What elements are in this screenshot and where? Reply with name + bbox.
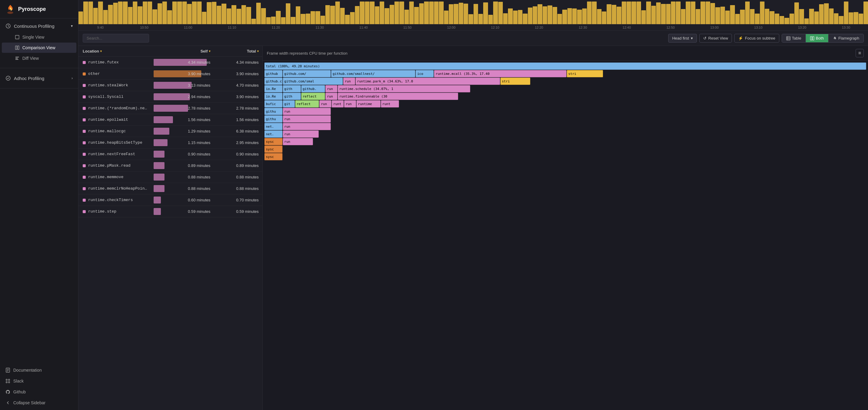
color-dot	[83, 61, 86, 64]
col-header-location[interactable]: Location ▾	[79, 46, 154, 56]
flame-frame[interactable]: sysc	[265, 146, 282, 153]
flame-frame[interactable]: sysc	[265, 153, 282, 160]
table-row[interactable]: runtime.pMask.read0.89 minutes0.89 minut…	[79, 160, 262, 172]
flamegraph-view-button[interactable]: Flamegraph	[829, 34, 864, 42]
table-row[interactable]: runtime.step0.59 minutes0.59 minutes	[79, 206, 262, 217]
search-input[interactable]	[83, 34, 149, 42]
cell-self: 2.78 minutes	[154, 104, 214, 113]
flame-frame[interactable]: runtime.findrunnable (30	[338, 93, 458, 100]
flame-frame[interactable]: github.	[301, 85, 326, 92]
flame-frame[interactable]: github.c	[265, 78, 282, 85]
adhoc-profiling-header[interactable]: Adhoc Profiling ›	[0, 72, 78, 84]
flame-frame[interactable]: runtime	[356, 100, 380, 108]
flame-frame[interactable]: reflect	[301, 93, 326, 100]
flame-frame[interactable]: github.com/	[283, 70, 331, 77]
table-row[interactable]: runtime.mallocgc1.29 minutes6.38 minutes	[79, 126, 262, 137]
sidebar-item-diff-view[interactable]: Diff View	[2, 53, 76, 63]
both-view-button[interactable]: Both	[806, 34, 829, 42]
flamegraph-menu-button[interactable]: ≡	[856, 49, 864, 57]
flame-frame[interactable]: run	[283, 108, 331, 115]
flame-row: syscrun	[265, 138, 866, 145]
reset-view-button[interactable]: ↺ Reset View	[699, 34, 732, 42]
sidebar-item-documentation[interactable]: Documentation	[0, 365, 78, 376]
self-value: 3.90 minutes	[188, 71, 210, 76]
table-row[interactable]: runtime.memclrNoHeapPoin…0.88 minutes0.8…	[79, 183, 262, 195]
flamegraph-header: Frame width represents CPU time per func…	[262, 46, 868, 61]
flame-frame[interactable]: io.Re	[265, 93, 282, 100]
flamegraph-body[interactable]: total (100%, 49.28 minutes)githubgithub.…	[262, 61, 868, 410]
flame-frame[interactable]: stri	[500, 78, 531, 85]
table-view-button[interactable]: Table	[782, 34, 806, 42]
table-row[interactable]: runtime.epollwait1.56 minutes1.56 minute…	[79, 114, 262, 126]
table-row[interactable]: runtime.checkTimers0.60 minutes0.70 minu…	[79, 195, 262, 206]
flame-frame[interactable]: reflect	[295, 100, 319, 108]
reset-icon: ↺	[703, 36, 707, 40]
flamegraph-panel: Frame width represents CPU time per func…	[262, 46, 868, 410]
flame-frame[interactable]: sysc	[265, 138, 282, 145]
flame-frame[interactable]: run	[283, 130, 319, 138]
sidebar-item-single-view[interactable]: Single View	[2, 32, 76, 42]
flame-frame[interactable]: runt	[332, 100, 344, 108]
continuous-profiling-header[interactable]: Continuous Profiling ▾	[0, 20, 78, 32]
flame-frame[interactable]: run	[326, 85, 337, 92]
self-value: 0.89 minutes	[188, 163, 210, 168]
cell-self: 1.29 minutes	[154, 126, 214, 136]
self-bar	[154, 139, 167, 146]
table-icon	[786, 36, 790, 40]
flame-frame[interactable]: io.Re	[265, 85, 282, 92]
flame-frame[interactable]: stri	[567, 70, 603, 77]
flame-frame[interactable]: githu	[265, 108, 282, 115]
flame-frame[interactable]: bufic	[265, 100, 282, 108]
table-row[interactable]: runtime.nextFreeFast0.90 minutes0.90 min…	[79, 149, 262, 160]
sidebar-item-slack[interactable]: Slack	[0, 376, 78, 386]
table-row[interactable]: runtime.heapBitsSetType1.15 minutes2.95 …	[79, 137, 262, 149]
col-header-total[interactable]: Total ▾	[214, 46, 262, 56]
flame-frame[interactable]: github.com/smal	[283, 78, 343, 85]
table-row[interactable]: runtime.stealWork3.13 minutes4.70 minute…	[79, 80, 262, 91]
timeline-chart[interactable]	[79, 0, 868, 24]
focus-subtree-button[interactable]: ⚡ Focus on subtree	[734, 34, 779, 42]
flame-frame[interactable]: runtime.mcall (35.3%, 17.40	[434, 70, 566, 77]
view-toggle-group: Table Both Flamegraph	[782, 34, 864, 42]
flame-frame[interactable]: runtime.schedule (34.07%, 1	[338, 85, 470, 92]
flame-frame[interactable]: net.	[265, 130, 282, 138]
function-name: runtime.checkTimers	[88, 198, 133, 202]
flame-frame[interactable]: run	[283, 123, 331, 130]
table-row[interactable]: syscall.Syscall2.94 minutes3.90 minutes	[79, 91, 262, 102]
flame-frame[interactable]: githu	[265, 115, 282, 123]
flame-frame[interactable]: run	[326, 93, 337, 100]
flame-frame[interactable]: github.com/smallnest/	[331, 70, 415, 77]
flame-frame[interactable]: git	[283, 100, 295, 108]
flame-frame[interactable]: run	[283, 115, 331, 123]
timeline-label: 11:40	[342, 26, 385, 29]
flame-frame[interactable]: gith	[283, 85, 301, 92]
color-dot	[83, 210, 86, 213]
table-row[interactable]: runtime.(*randomEnum).ne…2.78 minutes2.7…	[79, 102, 262, 114]
flame-frame[interactable]: run	[283, 138, 313, 145]
self-value: 0.88 minutes	[188, 186, 210, 191]
focus-icon: ⚡	[738, 36, 743, 40]
table-row[interactable]: runtime.memmove0.88 minutes0.88 minutes	[79, 172, 262, 183]
flame-frame[interactable]: total (100%, 49.28 minutes)	[265, 62, 866, 70]
self-value: 2.78 minutes	[188, 106, 210, 111]
table-row[interactable]: runtime.futex4.34 minutes4.34 minutes	[79, 57, 262, 68]
sidebar-item-collapse[interactable]: Collapse Sidebar	[0, 397, 78, 408]
col-header-self[interactable]: Self ▾	[154, 46, 214, 56]
flame-frame[interactable]: run	[344, 100, 356, 108]
head-first-dropdown[interactable]: Head first ▾	[668, 34, 697, 42]
flame-frame[interactable]: ico	[415, 70, 434, 77]
flame-frame[interactable]: net.	[265, 123, 282, 130]
app-logo[interactable]: Pyroscope	[0, 0, 78, 19]
flame-frame[interactable]: runtime.park_m (34.63%, 17.0	[355, 78, 500, 85]
timeline-label: 12:10	[473, 26, 517, 29]
sidebar-item-comparison-view[interactable]: Comparison View	[2, 42, 76, 53]
flame-frame[interactable]: run	[319, 100, 331, 108]
flame-frame[interactable]: run	[343, 78, 355, 85]
flame-frame[interactable]: github	[265, 70, 282, 77]
table-row[interactable]: other3.90 minutes3.90 minutes	[79, 68, 262, 80]
flame-frame[interactable]: gith	[283, 93, 301, 100]
sidebar-item-github[interactable]: Github	[0, 386, 78, 397]
table-panel: Location ▾ Self ▾ Total ▾ runtime.futex4…	[79, 46, 262, 410]
flame-frame[interactable]: runt	[381, 100, 399, 108]
self-bar	[154, 162, 164, 169]
